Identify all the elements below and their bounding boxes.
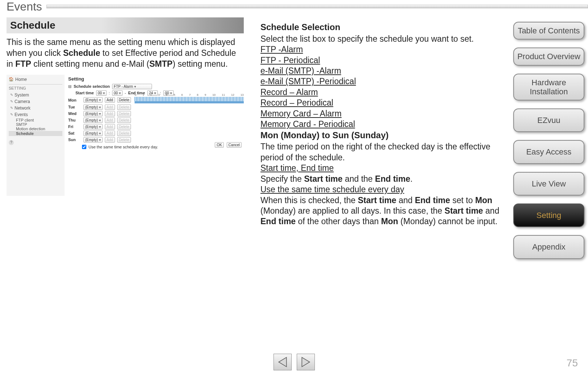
intro-bold: Schedule: [63, 48, 100, 58]
ss-day-label: Fri: [68, 124, 81, 129]
heading-mon-sun: Mon (Monday) to Sun (Sunday): [260, 130, 505, 141]
ss-ticks: 012345678910111213: [135, 93, 244, 96]
ss-tick: 2: [150, 93, 152, 96]
ss-delete-button: Delete: [117, 104, 131, 110]
opt-memory-periodical: Memory Card - Periodical: [260, 119, 505, 130]
ss-empty-select: (Empty): [83, 97, 103, 103]
nav-setting-button[interactable]: Setting: [513, 204, 584, 227]
intro-segment: client setting menu and e-Mail (: [31, 59, 149, 69]
ss-add-button: Add: [105, 104, 115, 110]
heading-use-same: Use the same time schedule every day: [260, 184, 505, 195]
triangle-right-icon: [301, 357, 311, 367]
ss-tick: 7: [189, 93, 190, 96]
opt-smtp-periodical: e-Mail (SMTP) -Periodical: [260, 76, 505, 87]
ss-ok-button: OK: [215, 142, 223, 148]
ss-expander: ⊟: [68, 84, 71, 89]
ss-empty-select: (Empty): [83, 137, 103, 143]
ss-tick: 5: [173, 93, 175, 96]
ss-add-button: Add: [105, 97, 115, 103]
ss-item-system: System: [9, 92, 62, 98]
opt-smtp-alarm: e-Mail (SMTP) -Alarm: [260, 66, 505, 76]
seg: (Monday) are applied to all days. In thi…: [260, 206, 445, 215]
nav-easy-access-button[interactable]: Easy Access: [513, 140, 584, 164]
nav-toc-button[interactable]: Table of Contents: [513, 22, 584, 40]
ss-main-title: Setting: [68, 76, 244, 82]
prev-page-button[interactable]: [274, 354, 292, 370]
ss-use-same-checkbox: [82, 145, 86, 149]
seg: .: [410, 174, 412, 184]
ss-row-tue: Tue(Empty)AddDelete: [68, 104, 244, 110]
ss-delete-button: Delete: [117, 97, 131, 103]
ss-setting-label: SETTING: [9, 86, 62, 90]
ss-add-button: Add: [105, 131, 115, 136]
seg: and: [483, 206, 499, 215]
nav-appendix-button[interactable]: Appendix: [513, 235, 584, 259]
ss-delete-button: Delete: [117, 118, 131, 123]
ss-row-schedule-select: ⊟ Schedule selection FTP - Alarm: [68, 84, 244, 89]
ss-empty-select: (Empty): [83, 131, 103, 136]
ss-day-label: Tue: [68, 105, 81, 109]
opt-record-alarm: Record – Alarm: [260, 87, 505, 98]
seg-bold: End time: [260, 217, 296, 226]
nav-column: Table of Contents Product Overview Hardw…: [513, 22, 584, 259]
ss-tick: 11: [222, 93, 225, 96]
ss-delete-button: Delete: [117, 131, 131, 136]
ss-delete-button: Delete: [117, 124, 131, 130]
ss-row-fri: Fri(Empty)AddDelete: [68, 124, 244, 130]
ss-day-label: Sun: [68, 137, 81, 142]
seg: (Monday) cannot be input.: [398, 217, 498, 226]
ss-tick: 9: [205, 93, 206, 96]
ss-day-label: Thu: [68, 118, 81, 122]
page-title-row: Events: [7, 0, 588, 13]
ss-day-label: Wed: [68, 111, 81, 116]
seg: set to: [450, 196, 475, 205]
title-divider: [46, 5, 588, 8]
nav-product-button[interactable]: Product Overview: [513, 48, 584, 65]
svg-marker-0: [279, 357, 286, 367]
ss-item-events: Events: [9, 111, 62, 118]
intro-segment: ) setting menu.: [173, 59, 228, 69]
page-number: 75: [567, 357, 578, 369]
seg: and the: [342, 174, 375, 184]
ss-sub-motion: Motion detection: [9, 127, 62, 131]
nav-live-view-button[interactable]: Live View: [513, 172, 584, 196]
ss-home: Home: [9, 77, 62, 82]
text-p3: Specify the Start time and the End time.: [260, 174, 505, 184]
ss-add-button: Add: [105, 137, 115, 143]
nav-hardware-button[interactable]: Hardware Installation: [513, 74, 584, 101]
next-page-button[interactable]: [297, 354, 315, 370]
seg-bold: Start time: [445, 206, 483, 215]
pager: [274, 354, 315, 370]
svg-marker-1: [302, 357, 309, 367]
ss-row-wed: Wed(Empty)AddDelete: [68, 111, 244, 116]
ss-delete-button: Delete: [117, 111, 131, 116]
ss-start-hour: 00: [96, 90, 107, 96]
ss-empty-select: (Empty): [83, 104, 103, 110]
page-title: Events: [7, 0, 46, 13]
left-column: Schedule This is the same menu as the se…: [7, 17, 244, 196]
ss-tick: 12: [231, 93, 234, 96]
ss-day-label: Mon: [68, 98, 81, 102]
seg-bold: Mon: [381, 217, 398, 226]
ss-item-camera: Camera: [9, 98, 62, 105]
text-p2: The time period on the right of the chec…: [260, 141, 505, 163]
ss-start-min: 00: [112, 90, 123, 96]
ss-delete-button: Delete: [117, 137, 131, 143]
text-p1: Select the list box to specify the sched…: [260, 34, 505, 44]
ss-sub-smtp: SMTP: [9, 122, 62, 127]
ss-timeline: 012345678910111213: [135, 97, 244, 103]
opt-ftp-periodical: FTP - Periodical: [260, 55, 505, 66]
opt-record-periodical: Record – Periodical: [260, 98, 505, 108]
seg-bold: Start time: [358, 196, 396, 205]
right-column: Schedule Selection Select the list box t…: [260, 22, 505, 227]
ss-empty-select: (Empty): [83, 111, 103, 116]
nav-ezvuu-button[interactable]: EZvuu: [513, 108, 584, 132]
ss-use-same-label: Use the same time schedule every day.: [89, 145, 158, 149]
ss-start-label: Start time: [75, 91, 94, 95]
ss-row-thu: Thu(Empty)AddDelete: [68, 118, 244, 123]
ss-sched-sel-label: Schedule selection: [74, 84, 110, 89]
ss-sidebar: Home SETTING System Camera Network Event…: [7, 75, 65, 196]
ss-tick: 4: [166, 93, 167, 96]
ss-sched-sel-value: FTP - Alarm: [112, 84, 152, 89]
ss-row-sun: Sun(Empty)AddDelete: [68, 137, 244, 143]
